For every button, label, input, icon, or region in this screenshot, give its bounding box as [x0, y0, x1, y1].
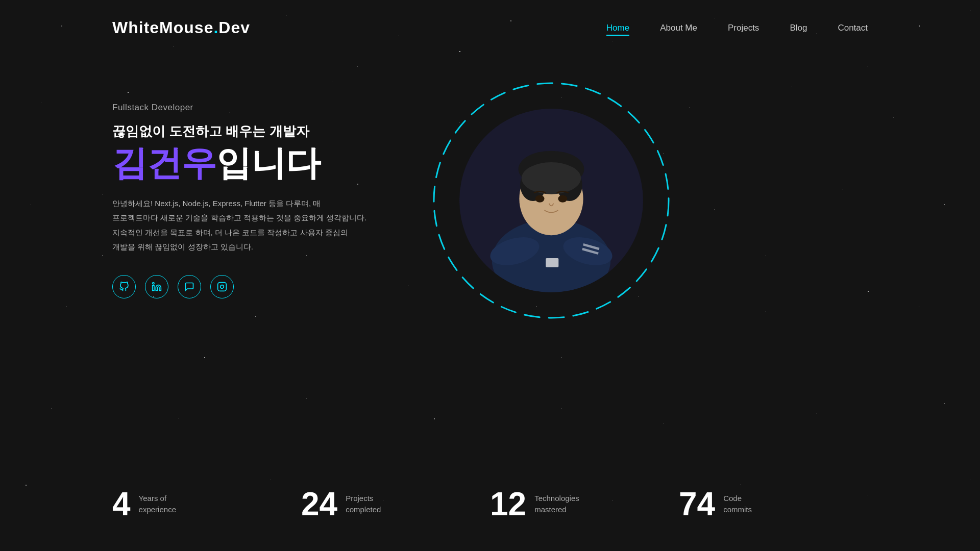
stat-label-3: Codecommits	[723, 493, 752, 516]
hero-subtitle: Fullstack Developer	[112, 103, 368, 113]
svg-point-16	[535, 195, 545, 202]
hero-name-suffix: 입니다	[216, 143, 321, 182]
stat-label-0: Years ofexperience	[139, 493, 176, 516]
stat-label-1: Projectscompleted	[346, 493, 381, 516]
main-content: Fullstack Developer 끊임없이 도전하고 배우는 개발자 김건…	[0, 37, 980, 333]
logo-text-after: Dev	[218, 18, 250, 37]
logo[interactable]: WhiteMouse.Dev	[112, 18, 250, 37]
stat-number-1: 24	[301, 488, 337, 520]
hero-left: Fullstack Developer 끊임없이 도전하고 배우는 개발자 김건…	[112, 103, 368, 298]
person-figure	[470, 119, 633, 292]
stat-number-3: 74	[679, 488, 715, 520]
svg-point-15	[522, 162, 581, 194]
nav-link-projects[interactable]: Projects	[728, 23, 759, 33]
stat-number-2: 12	[490, 488, 526, 520]
nav-link-blog[interactable]: Blog	[790, 23, 807, 33]
social-linkedin[interactable]	[145, 275, 168, 298]
stat-item-0: 4 Years ofexperience	[112, 488, 301, 520]
nav-link-about[interactable]: About Me	[660, 23, 697, 33]
nav-item-about[interactable]: About Me	[660, 23, 697, 33]
profile-circle	[459, 109, 643, 292]
nav-link-contact[interactable]: Contact	[838, 23, 868, 33]
hero-description: 안녕하세요! Next.js, Node.js, Express, Flutte…	[112, 196, 368, 255]
social-instagram[interactable]	[210, 275, 234, 298]
logo-text-before: WhiteMouse	[112, 18, 213, 37]
navbar: WhiteMouse.Dev Home About Me Projects Bl…	[0, 0, 980, 37]
svg-rect-18	[546, 258, 558, 267]
hero-heading-line1: 끊임없이 도전하고 배우는 개발자	[112, 122, 368, 140]
stats-section: 4 Years ofexperience 24 Projectscomplete…	[112, 488, 868, 520]
svg-rect-2	[218, 282, 227, 291]
hero-name-korean: 김건우	[112, 143, 216, 182]
svg-rect-0	[153, 285, 154, 290]
nav-links: Home About Me Projects Blog Contact	[606, 23, 868, 33]
stat-number-0: 4	[112, 488, 131, 520]
logo-dot: .	[213, 18, 218, 37]
stat-item-3: 74 Codecommits	[679, 488, 868, 520]
social-chat[interactable]	[178, 275, 201, 298]
social-github[interactable]	[112, 275, 136, 298]
hero-right	[419, 68, 684, 333]
svg-point-1	[153, 282, 154, 284]
nav-item-projects[interactable]: Projects	[728, 23, 759, 33]
stat-label-2: Technologiesmastered	[534, 493, 579, 516]
nav-item-blog[interactable]: Blog	[790, 23, 807, 33]
svg-point-17	[558, 195, 567, 202]
stat-item-1: 24 Projectscompleted	[301, 488, 490, 520]
nav-link-home[interactable]: Home	[606, 23, 629, 36]
social-icons-container	[112, 275, 368, 298]
nav-item-home[interactable]: Home	[606, 23, 629, 33]
stat-item-2: 12 Technologiesmastered	[490, 488, 679, 520]
nav-item-contact[interactable]: Contact	[838, 23, 868, 33]
hero-name: 김건우입니다	[112, 144, 368, 182]
